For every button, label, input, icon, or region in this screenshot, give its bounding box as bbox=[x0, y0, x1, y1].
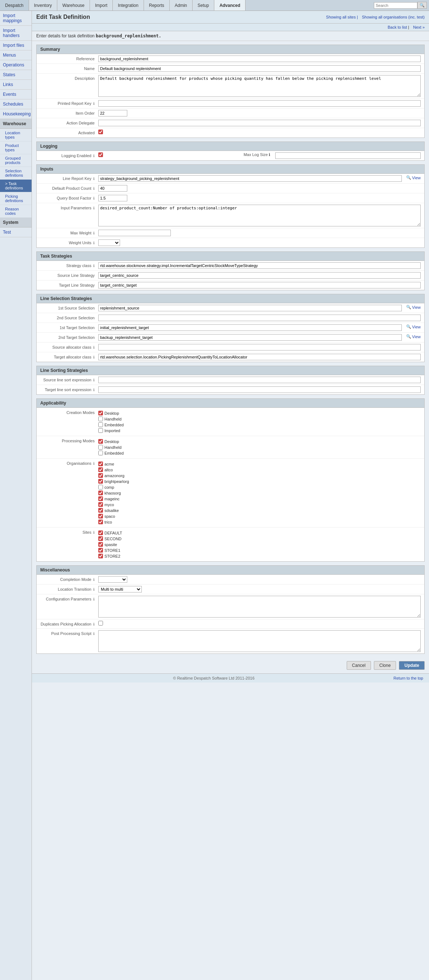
target1-input[interactable] bbox=[98, 325, 402, 331]
update-button[interactable]: Update bbox=[399, 661, 425, 670]
tab-despatch[interactable]: Despatch bbox=[0, 0, 29, 11]
max-log-size-input[interactable] bbox=[275, 153, 421, 159]
tab-warehouse[interactable]: Warehouse bbox=[57, 0, 90, 11]
logging-enabled-checkbox[interactable] bbox=[98, 153, 103, 157]
tab-reports[interactable]: Reports bbox=[144, 0, 170, 11]
tab-setup[interactable]: Setup bbox=[192, 0, 214, 11]
sidebar-item-import-files[interactable]: Import files bbox=[0, 41, 32, 51]
cancel-button[interactable]: Cancel bbox=[347, 661, 371, 670]
sidebar-group-warehouse[interactable]: Warehouse bbox=[0, 119, 32, 129]
org-mageinc[interactable]: mageinc bbox=[98, 496, 129, 501]
clone-button[interactable]: Clone bbox=[374, 661, 396, 670]
tab-admin[interactable]: Admin bbox=[170, 0, 192, 11]
sidebar-item-operations[interactable]: Operations bbox=[0, 60, 32, 70]
processing-mode-desktop[interactable]: Desktop bbox=[98, 439, 124, 444]
line-selection-strategies-title: Line Selection Strategies bbox=[37, 294, 424, 303]
reference-input[interactable] bbox=[98, 56, 421, 62]
sidebar-item-events[interactable]: Events bbox=[0, 90, 32, 99]
search-input[interactable] bbox=[374, 2, 417, 9]
sidebar-item-location-types[interactable]: Location types bbox=[0, 129, 32, 142]
weight-units-select[interactable] bbox=[98, 239, 120, 246]
source1-view-link[interactable]: 🔍 View bbox=[406, 305, 421, 310]
sidebar-item-links[interactable]: Links bbox=[0, 80, 32, 90]
post-processing-textarea[interactable] bbox=[98, 630, 421, 652]
sidebar-item-import-mappings[interactable]: Import mappings bbox=[0, 11, 32, 26]
return-to-top-link[interactable]: Return to the top bbox=[394, 676, 423, 680]
sidebar-item-housekeeping[interactable]: Housekeeping bbox=[0, 109, 32, 119]
org-spaco[interactable]: spaco bbox=[98, 514, 129, 519]
sidebar-item-test[interactable]: Test bbox=[0, 228, 32, 237]
site-store1[interactable]: STORE1 bbox=[98, 548, 122, 553]
showing-all-sites-link[interactable]: Showing all sites bbox=[326, 15, 356, 19]
description-textarea[interactable]: Default background replenishment for pro… bbox=[98, 75, 421, 97]
org-trico[interactable]: trico bbox=[98, 520, 129, 524]
processing-mode-embedded[interactable]: Embedded bbox=[98, 451, 124, 455]
action-delegate-input[interactable] bbox=[98, 120, 421, 126]
completion-mode-select[interactable] bbox=[98, 576, 127, 583]
target1-view-link[interactable]: 🔍 View bbox=[406, 325, 421, 329]
org-acme[interactable]: acme bbox=[98, 461, 129, 466]
printed-report-key-input[interactable] bbox=[98, 100, 421, 107]
creation-mode-handheld[interactable]: Handheld bbox=[98, 417, 124, 421]
showing-all-orgs-link[interactable]: Showing all organisations (inc. test) bbox=[362, 15, 425, 19]
line-report-key-input[interactable] bbox=[98, 175, 402, 182]
tab-integration[interactable]: Integration bbox=[113, 0, 144, 11]
sidebar-item-picking-definitions[interactable]: Picking definitions bbox=[0, 192, 32, 205]
sidebar-item-states[interactable]: States bbox=[0, 70, 32, 80]
target-allocator-input[interactable] bbox=[98, 354, 421, 360]
org-khaosorg[interactable]: khaosorg bbox=[98, 490, 129, 495]
target-line-strategy-input[interactable] bbox=[98, 282, 421, 288]
site-second[interactable]: SECOND bbox=[98, 536, 122, 541]
name-input[interactable] bbox=[98, 65, 421, 72]
target-sort-input[interactable] bbox=[98, 387, 421, 393]
config-params-textarea[interactable] bbox=[98, 596, 421, 617]
source1-input[interactable] bbox=[98, 305, 402, 311]
site-store2[interactable]: STORE2 bbox=[98, 554, 122, 558]
line-report-key-view-link[interactable]: 🔍 View bbox=[406, 175, 421, 180]
source-sort-input[interactable] bbox=[98, 377, 421, 383]
activated-checkbox[interactable] bbox=[98, 129, 103, 134]
item-order-input[interactable] bbox=[98, 110, 127, 116]
next-link[interactable]: Next » bbox=[413, 25, 425, 29]
sidebar-item-task-definitions[interactable]: > Task definitions bbox=[0, 180, 32, 192]
location-transition-select[interactable]: Multi to multi bbox=[98, 586, 142, 592]
max-weight-input[interactable] bbox=[98, 230, 171, 236]
sidebar-item-selection-definitions[interactable]: Selection definitions bbox=[0, 167, 32, 180]
back-to-list-link[interactable]: Back to list bbox=[388, 25, 407, 29]
tab-import[interactable]: Import bbox=[90, 0, 113, 11]
creation-mode-desktop[interactable]: Desktop bbox=[98, 411, 124, 415]
site-spasite[interactable]: spasite bbox=[98, 542, 122, 547]
default-product-count-input[interactable] bbox=[98, 185, 127, 192]
query-boost-factor-label: Query Boost Factor ℹ bbox=[40, 195, 98, 200]
input-parameters-textarea[interactable]: desired_product_count:Number of products… bbox=[98, 205, 421, 226]
sites-info-icon: ℹ bbox=[93, 530, 95, 535]
creation-mode-embedded[interactable]: Embedded bbox=[98, 422, 124, 427]
sidebar-item-reason-codes[interactable]: Reason codes bbox=[0, 205, 32, 218]
sidebar-item-schedules[interactable]: Schedules bbox=[0, 99, 32, 109]
sidebar-item-import-handlers[interactable]: Import handlers bbox=[0, 26, 32, 41]
search-button[interactable]: 🔍 bbox=[417, 2, 427, 9]
processing-mode-handheld[interactable]: Handheld bbox=[98, 445, 124, 450]
org-sdsalike[interactable]: sdsalike bbox=[98, 508, 129, 513]
org-myco[interactable]: myco bbox=[98, 502, 129, 507]
tab-advanced[interactable]: Advanced bbox=[214, 0, 246, 11]
org-altco[interactable]: altco bbox=[98, 467, 129, 472]
source-line-strategy-input[interactable] bbox=[98, 272, 421, 278]
org-brightpearlorg[interactable]: brightpearlorg bbox=[98, 479, 129, 484]
sidebar-group-system[interactable]: System bbox=[0, 218, 32, 228]
org-comp[interactable]: comp bbox=[98, 485, 129, 490]
source-allocator-input[interactable] bbox=[98, 344, 421, 350]
duplicates-checkbox[interactable] bbox=[98, 621, 103, 625]
target2-input[interactable] bbox=[98, 334, 402, 341]
sidebar-item-product-types[interactable]: Product types bbox=[0, 142, 32, 154]
tab-inventory[interactable]: Inventory bbox=[29, 0, 57, 11]
strategy-class-input[interactable] bbox=[98, 262, 421, 269]
sidebar-item-menus[interactable]: Menus bbox=[0, 51, 32, 60]
target2-view-link[interactable]: 🔍 View bbox=[406, 334, 421, 339]
query-boost-factor-input[interactable] bbox=[98, 195, 127, 201]
org-amazonorg[interactable]: amazonorg bbox=[98, 473, 129, 478]
sidebar-item-grouped-products[interactable]: Grouped products bbox=[0, 154, 32, 167]
creation-mode-imported[interactable]: Imported bbox=[98, 428, 124, 433]
source2-input[interactable] bbox=[98, 315, 421, 321]
site-default[interactable]: DEFAULT bbox=[98, 530, 122, 535]
